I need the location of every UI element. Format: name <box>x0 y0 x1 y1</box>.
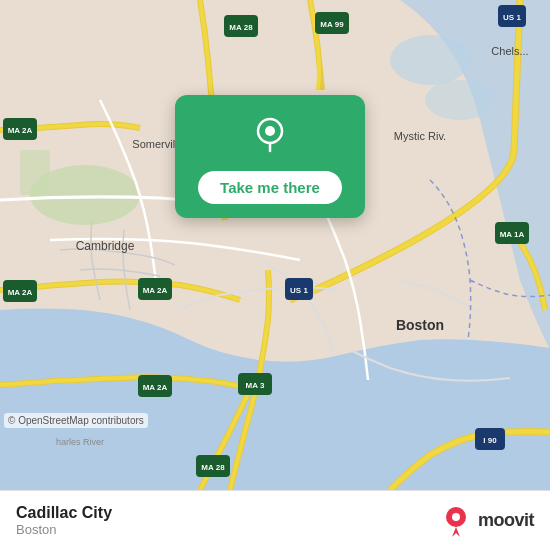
svg-text:I 90: I 90 <box>483 436 497 445</box>
moovit-logo: moovit <box>440 505 534 537</box>
svg-text:MA 2A: MA 2A <box>143 286 168 295</box>
svg-text:MA 28: MA 28 <box>229 23 253 32</box>
svg-point-1 <box>390 35 470 85</box>
take-me-there-button[interactable]: Take me there <box>198 171 342 204</box>
svg-text:US 1: US 1 <box>503 13 521 22</box>
svg-text:harles River: harles River <box>56 437 104 447</box>
svg-text:MA 2A: MA 2A <box>143 383 168 392</box>
bottom-bar: Cadillac City Boston moovit <box>0 490 550 550</box>
svg-text:MA 2A: MA 2A <box>8 126 33 135</box>
pin-icon <box>248 113 292 157</box>
svg-text:US 1: US 1 <box>290 286 308 295</box>
location-name: Cadillac City <box>16 504 112 522</box>
svg-text:MA 1A: MA 1A <box>500 230 525 239</box>
svg-text:Cambridge: Cambridge <box>76 239 135 253</box>
svg-point-2 <box>425 80 495 120</box>
svg-rect-4 <box>20 150 50 195</box>
svg-text:MA 28: MA 28 <box>201 463 225 472</box>
svg-text:MA 99: MA 99 <box>320 20 344 29</box>
location-card: Take me there <box>175 95 365 218</box>
svg-text:Mystic Riv.: Mystic Riv. <box>394 130 446 142</box>
map-attribution: © OpenStreetMap contributors <box>4 413 148 428</box>
svg-text:Chels...: Chels... <box>491 45 528 57</box>
location-city: Boston <box>16 522 112 537</box>
svg-text:MA 3: MA 3 <box>246 381 265 390</box>
svg-text:MA 2A: MA 2A <box>8 288 33 297</box>
svg-point-38 <box>452 513 460 521</box>
svg-point-36 <box>265 126 275 136</box>
svg-text:Boston: Boston <box>396 317 444 333</box>
moovit-icon <box>440 505 472 537</box>
location-info: Cadillac City Boston <box>16 504 112 537</box>
map-container: US 1 MA 28 MA 99 MA 2A MA 2A MA 2A US 1 … <box>0 0 550 490</box>
moovit-text: moovit <box>478 510 534 531</box>
